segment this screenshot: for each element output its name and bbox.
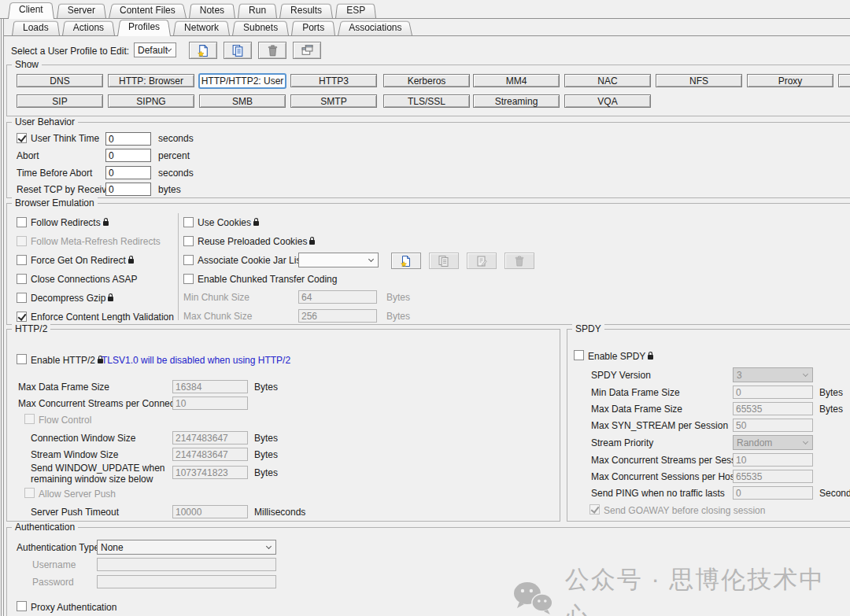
show-button-http-http2-user[interactable]: HTTP/HTTP2: User [198, 73, 286, 89]
connection-window-size-label: Connection Window Size [31, 433, 135, 444]
spdy-max-streams-label: Max Concurrent Streams per Session [591, 455, 748, 466]
chevron-down-icon [167, 46, 172, 51]
user-behavior-group: User Behavior User Think Time seconds Ab… [6, 122, 850, 198]
tab-client[interactable]: Client [8, 1, 54, 18]
allow-server-push-label: Allow Server Push [39, 489, 116, 500]
proxy-authentication-checkbox[interactable] [17, 601, 27, 611]
show-button-vqa[interactable]: VQA [564, 94, 651, 108]
chevron-down-icon [266, 544, 272, 549]
show-button-sip[interactable]: SIP [17, 94, 103, 108]
tab-results[interactable]: Results [279, 2, 333, 18]
tab-server[interactable]: Server [57, 2, 106, 18]
show-button-dns[interactable]: DNS [17, 74, 103, 87]
force-get-on-redirect-checkbox[interactable] [17, 255, 27, 265]
rename-profile-button[interactable] [293, 42, 321, 59]
username-label: Username [32, 559, 76, 570]
new-document-star-icon [197, 44, 210, 57]
send-ping-input [733, 486, 813, 500]
spdy-legend: SPDY [572, 323, 604, 334]
password-input [97, 575, 276, 588]
enforce-content-length-checkbox[interactable] [17, 312, 27, 322]
cookie-jar-delete-button [504, 253, 534, 269]
profile-dropdown[interactable]: Default [134, 42, 176, 57]
spdy-max-frame-input [733, 402, 813, 415]
max-chunk-input [298, 309, 377, 323]
authentication-type-dropdown[interactable]: None [97, 540, 276, 555]
username-input [97, 558, 276, 571]
reset-tcp-input[interactable] [105, 183, 151, 196]
tab-esp[interactable]: ESP [335, 2, 376, 18]
associate-cookie-jar-label: Associate Cookie Jar List [198, 255, 304, 266]
show-button-nac[interactable]: NAC [564, 74, 651, 87]
tab-subnets[interactable]: Subnets [232, 20, 289, 35]
show-button-partial[interactable] [838, 74, 850, 87]
show-button-sipng[interactable]: SIPNG [108, 94, 194, 108]
delete-profile-button[interactable] [258, 42, 286, 59]
close-connections-asap-label: Close Connections ASAP [31, 274, 137, 285]
follow-redirects-checkbox[interactable] [17, 217, 27, 227]
reuse-preloaded-cookies-checkbox[interactable] [183, 236, 194, 246]
reset-tcp-unit: bytes [158, 184, 181, 195]
show-group-legend: Show [12, 59, 42, 70]
http2-legend: HTTP/2 [12, 323, 50, 334]
enable-http2-checkbox[interactable] [17, 354, 27, 364]
send-ping-label: Send PING when no traffic lasts [591, 488, 725, 499]
min-chunk-label: Min Chunk Size [183, 292, 249, 303]
spdy-max-streams-input [733, 453, 813, 467]
tab-content-files[interactable]: Content Files [109, 2, 187, 18]
user-think-time-input[interactable] [105, 132, 151, 146]
edit-icon [475, 255, 488, 267]
show-button-nfs[interactable]: NFS [656, 74, 742, 87]
tab-notes[interactable]: Notes [189, 2, 235, 18]
spdy-max-syn-input [733, 419, 813, 432]
cookie-jar-dropdown[interactable] [298, 253, 379, 267]
new-profile-button[interactable] [189, 42, 217, 59]
tab-profiles[interactable]: Profiles [117, 18, 171, 35]
lock-icon [108, 297, 113, 301]
show-button-mm4[interactable]: MM4 [473, 74, 560, 87]
user-behavior-legend: User Behavior [12, 116, 78, 127]
show-button-smb[interactable]: SMB [199, 94, 286, 108]
tab-loads[interactable]: Loads [12, 20, 60, 35]
decompress-gzip-checkbox[interactable] [17, 293, 27, 303]
show-button-proxy[interactable]: Proxy [747, 74, 833, 87]
tab-ports[interactable]: Ports [291, 20, 335, 35]
user-think-time-checkbox[interactable] [17, 133, 27, 143]
show-button-http3[interactable]: HTTP3 [290, 74, 377, 87]
tab-run[interactable]: Run [238, 2, 277, 18]
show-button-tls-ssl[interactable]: TLS/SSL [383, 94, 470, 108]
tab-network[interactable]: Network [173, 20, 230, 35]
associate-cookie-jar-checkbox[interactable] [183, 255, 194, 265]
enable-chunked-checkbox[interactable] [183, 274, 194, 284]
enable-http2-label: Enable HTTP/2 [31, 355, 95, 366]
copy-profile-button[interactable] [224, 42, 252, 59]
show-group: Show DNS HTTP: Browser HTTP/HTTP2: User … [6, 65, 850, 116]
send-goaway-label: Send GOAWAY before closing session [604, 505, 765, 516]
new-document-star-icon [400, 255, 412, 267]
copy-icon [231, 44, 245, 57]
trash-icon [266, 44, 279, 57]
show-button-streaming[interactable]: Streaming [473, 94, 560, 108]
close-connections-asap-checkbox[interactable] [17, 274, 27, 284]
enable-spdy-label: Enable SPDY [588, 351, 645, 362]
cookie-jar-new-button[interactable] [391, 253, 421, 269]
window-update-input [172, 466, 248, 479]
abort-input[interactable] [105, 149, 151, 162]
show-button-smtp[interactable]: SMTP [290, 94, 377, 108]
stream-priority-dropdown: Random [733, 435, 813, 450]
http2-tls-note: TLSV1.0 will be disabled when using HTTP… [102, 355, 290, 366]
tab-actions[interactable]: Actions [62, 20, 115, 35]
cookie-jar-copy-button [429, 253, 459, 269]
server-push-timeout-unit: Milliseconds [254, 507, 305, 518]
proxy-authentication-label: Proxy Authentication [31, 602, 116, 613]
enable-spdy-checkbox[interactable] [574, 350, 584, 360]
show-button-http-browser[interactable]: HTTP: Browser [108, 74, 194, 87]
server-push-timeout-input [172, 505, 248, 518]
trash-icon [513, 255, 526, 267]
decompress-gzip-label: Decompress Gzip [31, 293, 105, 304]
window-update-unit: Bytes [254, 467, 278, 478]
time-before-abort-input[interactable] [105, 166, 151, 179]
use-cookies-checkbox[interactable] [183, 217, 194, 227]
show-button-kerberos[interactable]: Kerberos [383, 74, 470, 87]
tab-associations[interactable]: Associations [338, 20, 412, 35]
